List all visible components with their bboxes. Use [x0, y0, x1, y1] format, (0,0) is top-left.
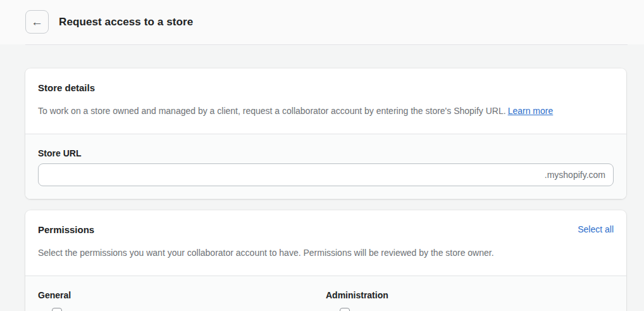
page-header: ← Request access to a store: [0, 0, 644, 44]
arrow-left-icon: ←: [31, 16, 43, 28]
learn-more-link[interactable]: Learn more: [508, 106, 554, 116]
permissions-heading: Permissions: [38, 224, 94, 235]
permissions-card: Permissions Select all Select the permis…: [25, 210, 626, 311]
permissions-column-general: General: [38, 289, 326, 311]
page-content: Store details To work on a store owned a…: [0, 45, 644, 311]
administration-choice-list: [326, 308, 614, 311]
permissions-description: Select the permissions you want your col…: [38, 246, 614, 259]
select-all-link[interactable]: Select all: [578, 224, 614, 234]
permissions-header-row: Permissions Select all: [38, 224, 614, 235]
store-url-label: Store URL: [38, 147, 614, 160]
store-url-section: Store URL .myshopify.com: [25, 134, 626, 199]
general-heading: General: [38, 289, 326, 301]
general-choice-list: [38, 308, 326, 311]
store-url-input-wrap: .myshopify.com: [38, 163, 614, 186]
permissions-list-section: General Administration: [25, 276, 626, 311]
permissions-column-administration: Administration: [326, 289, 614, 311]
administration-permission-checkbox[interactable]: [340, 308, 350, 311]
store-url-suffix: .myshopify.com: [545, 170, 605, 180]
back-button[interactable]: ←: [25, 10, 49, 34]
page-title: Request access to a store: [59, 16, 193, 29]
store-details-heading: Store details: [38, 82, 614, 93]
store-details-description: To work on a store owned and managed by …: [38, 105, 614, 117]
permissions-header-section: Permissions Select all Select the permis…: [25, 210, 626, 276]
list-item: [52, 308, 326, 311]
store-details-card: Store details To work on a store owned a…: [25, 68, 626, 199]
store-url-input[interactable]: [46, 170, 545, 180]
general-permission-checkbox[interactable]: [52, 308, 62, 311]
list-item: [340, 308, 614, 311]
administration-heading: Administration: [326, 289, 614, 301]
store-details-section: Store details To work on a store owned a…: [25, 68, 626, 134]
permissions-grid: General Administration: [38, 289, 614, 311]
store-details-description-text: To work on a store owned and managed by …: [38, 106, 506, 116]
